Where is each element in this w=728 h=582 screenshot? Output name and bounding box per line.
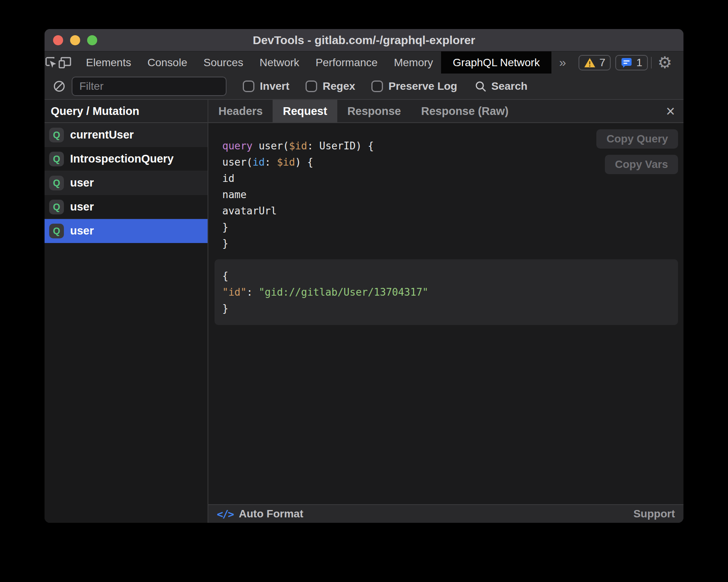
inspect-element-icon[interactable] <box>45 51 58 74</box>
detail-panel: HeadersRequestResponseResponse (Raw) × C… <box>208 100 683 523</box>
request-label: currentUser <box>70 128 134 141</box>
warning-count: 7 <box>599 56 606 69</box>
request-row-user-3[interactable]: Quser <box>45 195 208 219</box>
tab-console[interactable]: Console <box>139 51 196 74</box>
query-type-badge: Q <box>49 224 64 238</box>
detail-tabs: HeadersRequestResponseResponse (Raw) × <box>208 100 683 123</box>
checkbox-label: Regex <box>323 80 355 92</box>
messages-badge[interactable]: 1 <box>615 55 648 70</box>
code-line: } <box>222 235 683 252</box>
detail-tab-response[interactable]: Response <box>337 100 411 122</box>
query-type-badge: Q <box>49 128 64 142</box>
devtools-toolbar: ElementsConsoleSourcesNetworkPerformance… <box>45 51 683 74</box>
checkbox-box-preserve-log[interactable] <box>371 80 383 92</box>
tab-sources[interactable]: Sources <box>195 51 251 74</box>
code-line: } <box>222 219 683 235</box>
graphql-variables-box: { "id": "gid://gitlab/User/13704317"} <box>215 259 678 325</box>
request-label: user <box>70 224 94 237</box>
detail-tab-response-raw[interactable]: Response (Raw) <box>411 100 519 122</box>
kebab-menu-icon[interactable] <box>675 56 683 69</box>
auto-format-icon: </> <box>217 508 234 520</box>
checkbox-regex[interactable]: Regex <box>306 80 355 92</box>
code-line: name <box>222 187 683 203</box>
device-toolbar-icon[interactable] <box>58 51 72 74</box>
detail-tab-headers[interactable]: Headers <box>208 100 273 122</box>
filter-input[interactable] <box>72 77 227 96</box>
window-title: DevTools - gitlab.com/-/graphql-explorer <box>45 34 683 47</box>
checkbox-box-regex[interactable] <box>306 80 317 92</box>
warnings-badge[interactable]: 7 <box>579 55 611 70</box>
request-label: user <box>70 176 94 189</box>
close-detail-icon[interactable]: × <box>658 100 683 122</box>
checkbox-invert[interactable]: Invert <box>243 80 289 92</box>
tab-graphql-network[interactable]: GraphQL Network <box>441 51 551 74</box>
request-list-panel: Query / Mutation QcurrentUserQIntrospect… <box>45 100 208 523</box>
main-tabs: ElementsConsoleSourcesNetworkPerformance… <box>78 51 551 74</box>
message-count: 1 <box>636 56 642 69</box>
request-label: IntrospectionQuery <box>70 152 174 165</box>
request-row-introspectionquery-1[interactable]: QIntrospectionQuery <box>45 147 208 171</box>
auto-format-button[interactable]: Auto Format <box>239 508 303 520</box>
copy-query-button[interactable]: Copy Query <box>596 129 678 149</box>
titlebar: DevTools - gitlab.com/-/graphql-explorer <box>45 29 683 51</box>
settings-gear-icon[interactable]: ⚙ <box>655 55 675 71</box>
block-requests-icon[interactable] <box>53 80 65 92</box>
request-label: user <box>70 200 94 213</box>
filter-bar: InvertRegexPreserve Log Search <box>45 74 683 100</box>
search-button[interactable]: Search <box>474 80 527 92</box>
code-line: } <box>222 300 670 317</box>
toolbar-divider <box>651 57 652 68</box>
code-line: "id": "gid://gitlab/User/13704317" <box>222 284 670 300</box>
checkbox-label: Invert <box>260 80 289 92</box>
message-bubble-icon <box>621 57 632 68</box>
filter-checkboxes: InvertRegexPreserve Log <box>227 80 457 92</box>
detail-tabs-list: HeadersRequestResponseResponse (Raw) <box>208 100 519 122</box>
devtools-window: DevTools - gitlab.com/-/graphql-explorer… <box>45 29 683 523</box>
detail-tab-request[interactable]: Request <box>273 100 337 122</box>
code-line: { <box>222 268 670 284</box>
request-list: QcurrentUserQIntrospectionQueryQuserQuse… <box>45 123 208 243</box>
copy-vars-button[interactable]: Copy Vars <box>605 155 678 174</box>
tab-elements[interactable]: Elements <box>78 51 139 74</box>
tab-memory[interactable]: Memory <box>386 51 441 74</box>
query-type-badge: Q <box>49 200 64 214</box>
code-line: avatarUrl <box>222 203 683 219</box>
request-row-currentuser-0[interactable]: QcurrentUser <box>45 123 208 147</box>
checkbox-preserve-log[interactable]: Preserve Log <box>371 80 457 92</box>
detail-footer: </> Auto Format Support <box>208 504 683 523</box>
tab-performance[interactable]: Performance <box>307 51 386 74</box>
toolbar-right: 7 1 ⚙ <box>574 51 683 74</box>
request-tab-content: Copy Query Copy Vars query user($id: Use… <box>208 123 683 504</box>
search-label: Search <box>491 80 527 92</box>
query-type-badge: Q <box>49 176 64 190</box>
support-link[interactable]: Support <box>634 508 675 520</box>
more-tabs-icon[interactable]: » <box>551 51 574 74</box>
request-row-user-2[interactable]: Quser <box>45 171 208 195</box>
request-row-user-4[interactable]: Quser <box>45 219 208 243</box>
request-list-header: Query / Mutation <box>45 100 208 123</box>
tab-network[interactable]: Network <box>251 51 307 74</box>
search-icon <box>474 80 487 92</box>
query-type-badge: Q <box>49 152 64 166</box>
checkbox-box-invert[interactable] <box>243 80 254 92</box>
warning-triangle-icon <box>584 58 596 68</box>
main-area: Query / Mutation QcurrentUserQIntrospect… <box>45 100 683 523</box>
checkbox-label: Preserve Log <box>388 80 457 92</box>
